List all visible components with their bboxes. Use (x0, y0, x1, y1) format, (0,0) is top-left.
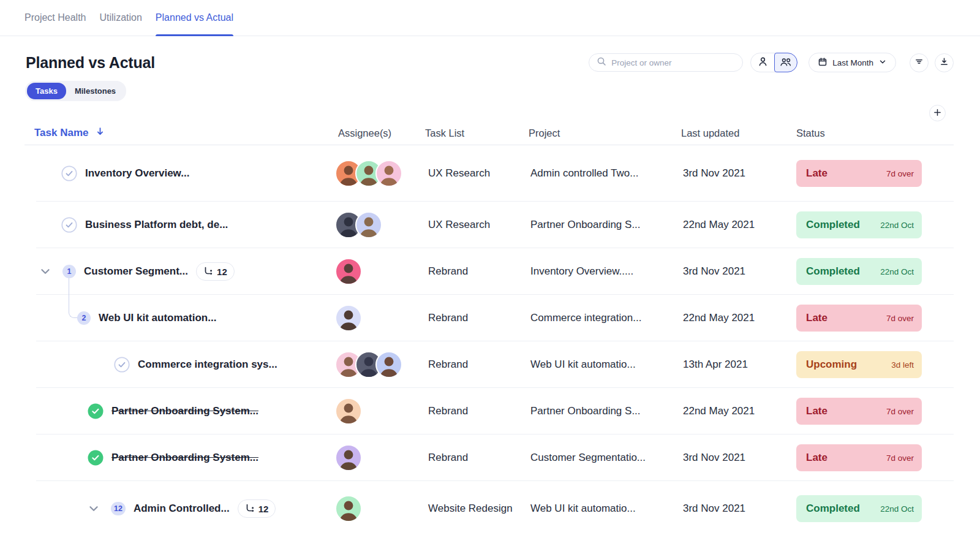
task-name: Customer Segment... (84, 265, 188, 278)
status-label: Late (806, 167, 827, 180)
header-assignees[interactable]: Assignee(s) (335, 127, 425, 139)
assignee-avatars (335, 351, 425, 378)
status-cell: Late7d over (796, 160, 954, 187)
status-detail: 7d over (886, 407, 914, 416)
check-circle-icon[interactable] (61, 217, 77, 233)
avatar (335, 398, 362, 425)
status-cell: Completed22nd Oct (796, 211, 954, 238)
tasks-milestones-toggle: TasksMilestones (25, 81, 126, 101)
header-status[interactable]: Status (796, 127, 954, 139)
subtasks-icon (203, 266, 213, 278)
header-task-list[interactable]: Task List (425, 127, 529, 139)
check-circle-icon[interactable] (61, 165, 77, 181)
last-updated-cell: 22nd May 2021 (681, 312, 796, 324)
search-icon (597, 56, 606, 69)
search-input[interactable] (611, 58, 735, 67)
avatar (375, 351, 402, 378)
tab-bar: Project HealthUtilizationPlanned vs Actu… (0, 0, 980, 36)
subtasks-pill[interactable]: 12 (238, 499, 276, 518)
assignee-avatars (335, 305, 425, 332)
project-cell: Web UI kit automatio... (529, 503, 681, 515)
task-name: Admin Controlled... (134, 503, 230, 515)
last-updated-cell: 22nd May 2021 (681, 219, 796, 231)
avatar (335, 305, 362, 332)
table-row[interactable]: Partner Onboarding System...RebrandPartn… (24, 388, 954, 434)
assignee-avatars (335, 398, 425, 425)
individual-view-button[interactable] (751, 53, 774, 72)
chevron-down-icon[interactable] (88, 503, 100, 515)
status-badge: Late7d over (796, 305, 922, 332)
check-circle-done-icon[interactable] (88, 403, 104, 419)
toggle-option-milestones[interactable]: Milestones (66, 83, 124, 99)
status-cell: Late7d over (796, 444, 954, 471)
plus-icon (933, 108, 941, 118)
table-row[interactable]: 12Admin Controlled...12Website RedesignW… (24, 481, 954, 535)
last-updated-cell: 3rd Nov 2021 (681, 167, 796, 180)
download-button[interactable] (935, 53, 954, 72)
add-column-button[interactable] (929, 105, 946, 121)
table-row[interactable]: Business Platform debt, de...UX Research… (24, 202, 954, 248)
table-row[interactable]: 1Customer Segment...12RebrandInventory O… (24, 248, 954, 295)
tab-utilization[interactable]: Utilization (100, 0, 142, 36)
task-name-cell: Partner Onboarding System... (24, 450, 335, 466)
status-detail: 7d over (886, 169, 914, 178)
team-view-button[interactable] (774, 53, 797, 72)
toggle-option-tasks[interactable]: Tasks (27, 83, 66, 99)
check-circle-icon[interactable] (114, 357, 130, 373)
calendar-icon (818, 57, 827, 69)
status-label: Late (806, 312, 827, 324)
header-task-name[interactable]: Task Name (24, 126, 335, 140)
status-label: Completed (806, 503, 860, 515)
header-last-updated[interactable]: Last updated (681, 127, 796, 139)
add-row-wrap (24, 105, 954, 121)
check-circle-done-icon[interactable] (88, 450, 104, 466)
assignee-avatars (335, 258, 425, 285)
table-row[interactable]: Commerce integration sys...RebrandWeb UI… (24, 341, 954, 388)
status-cell: Completed22nd Oct (796, 495, 954, 522)
chevron-down-icon[interactable] (39, 265, 51, 278)
main-content: Planned vs Actual (0, 53, 980, 535)
tasks-table: Task Name Assignee(s) Task List Project … (24, 121, 954, 535)
tab-project-health[interactable]: Project Health (24, 0, 86, 36)
assignee-avatars (335, 495, 425, 522)
task-number-badge: 12 (111, 502, 126, 515)
project-cell: Partner Onboarding S... (529, 219, 681, 231)
status-cell: Late7d over (796, 305, 954, 332)
subtasks-pill[interactable]: 12 (196, 262, 235, 281)
last-updated-cell: 22nd May 2021 (681, 405, 796, 417)
last-updated-cell: 3rd Nov 2021 (681, 452, 796, 464)
last-updated-cell: 3rd Nov 2021 (681, 265, 796, 278)
avatar (335, 495, 362, 522)
status-cell: Upcoming3d left (796, 351, 954, 378)
task-list-cell: Rebrand (425, 359, 529, 371)
task-list-cell: Rebrand (425, 452, 529, 464)
status-badge: Completed22nd Oct (796, 258, 922, 285)
project-cell: Web UI kit automatio... (529, 359, 681, 371)
view-mode-segmented (750, 53, 797, 72)
status-badge: Completed22nd Oct (796, 211, 922, 238)
subtasks-count: 12 (217, 267, 227, 277)
status-label: Completed (806, 265, 860, 278)
people-group-icon (780, 56, 793, 69)
filter-button[interactable] (910, 53, 929, 72)
project-cell: Partner Onboarding S... (529, 405, 681, 417)
assignee-avatars (335, 211, 425, 238)
date-range-dropdown[interactable]: Last Month (809, 53, 896, 72)
assignee-avatars (335, 444, 425, 471)
status-cell: Completed22nd Oct (796, 258, 954, 285)
table-body: Inventory Overview...UX ResearchAdmin co… (24, 145, 954, 535)
status-detail: 22nd Oct (880, 504, 914, 514)
task-number-badge: 2 (77, 311, 91, 325)
header-project[interactable]: Project (529, 127, 681, 139)
task-name-cell: 1Customer Segment...12 (24, 262, 335, 281)
table-row[interactable]: Partner Onboarding System...RebrandCusto… (24, 434, 954, 481)
status-detail: 22nd Oct (880, 221, 914, 230)
search-box[interactable] (589, 53, 743, 72)
table-row[interactable]: Inventory Overview...UX ResearchAdmin co… (24, 145, 954, 202)
task-list-cell: Rebrand (425, 405, 529, 417)
tab-planned-vs-actual[interactable]: Planned vs Actual (156, 0, 233, 36)
task-name-cell: Commerce integration sys... (24, 357, 335, 373)
table-row[interactable]: 2Web UI kit automation...RebrandCommerce… (24, 295, 954, 341)
download-icon (940, 57, 949, 68)
task-name: Web UI kit automation... (99, 312, 216, 324)
